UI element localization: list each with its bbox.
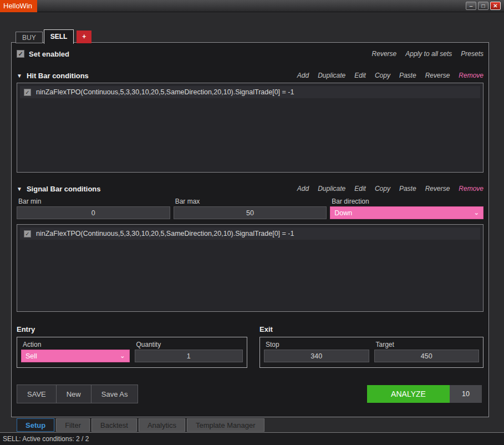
hit-edit-link[interactable]: Edit: [354, 72, 366, 79]
hit-bar-title-group: ▼ Hit Bar conditions: [17, 72, 89, 80]
signal-copy-link[interactable]: Copy: [375, 185, 390, 193]
title-bar: HelloWin – □ ✕: [0, 0, 504, 12]
add-set-tab-button[interactable]: +: [77, 31, 91, 43]
analyze-button[interactable]: ANALYZE: [367, 385, 450, 403]
set-enabled-label: Set enabled: [29, 50, 69, 58]
footer-actions: SAVE New Save As ANALYZE 10: [17, 385, 483, 403]
tab-buy[interactable]: BUY: [16, 32, 43, 43]
set-enabled-row: ✓ Set enabled Reverse Apply to all sets …: [17, 48, 483, 59]
target-input[interactable]: [374, 350, 480, 362]
action-group: Action Sell ⌄: [21, 340, 130, 362]
set-enabled-group: ✓ Set enabled: [17, 50, 69, 58]
analyze-count-field[interactable]: 10: [450, 385, 482, 403]
window-controls: – □ ✕: [466, 0, 504, 12]
exit-title: Exit: [259, 325, 483, 335]
status-text: SELL: Active conditions: 2 / 2: [3, 435, 89, 443]
bar-direction-group: Bar direction Down ⌄: [330, 197, 483, 219]
set-enabled-checkbox[interactable]: ✓: [17, 50, 24, 58]
maximize-button[interactable]: □: [478, 2, 488, 10]
save-as-button[interactable]: Save As: [91, 385, 139, 403]
set-links: Reverse Apply to all sets Presets: [372, 50, 483, 58]
check-icon: ✓: [25, 231, 29, 237]
condition-text: ninZaFlexTPO(Continuous,5,3,30,10,20,5,S…: [36, 230, 294, 237]
condition-row[interactable]: ✓ ninZaFlexTPO(Continuous,5,3,30,10,20,5…: [20, 227, 480, 240]
tab-filter[interactable]: Filter: [56, 418, 90, 432]
window-title: HelloWin: [0, 0, 37, 12]
bar-direction-label: Bar direction: [330, 197, 483, 206]
hit-remove-link[interactable]: Remove: [459, 72, 483, 79]
tab-template-manager[interactable]: Template Manager: [187, 418, 264, 432]
signal-remove-link[interactable]: Remove: [459, 185, 483, 193]
signal-paste-link[interactable]: Paste: [399, 185, 416, 193]
set-tabstrip: BUY SELL +: [16, 29, 91, 43]
condition-checkbox[interactable]: ✓: [24, 230, 31, 237]
action-label: Action: [21, 340, 130, 350]
signal-bar-title: Signal Bar conditions: [27, 185, 101, 193]
quantity-label: Quantity: [135, 340, 243, 350]
minimize-button[interactable]: –: [466, 2, 476, 10]
bottom-tabstrip: Setup Filter Backtest Analytics Template…: [17, 418, 264, 432]
check-icon: ✓: [25, 89, 29, 95]
entry-exit-row: Entry Action Sell ⌄ Quantity Exit: [17, 325, 483, 368]
target-label: Target: [374, 340, 480, 350]
hit-bar-condition-list[interactable]: ✓ ninZaFlexTPO(Continuous,5,3,30,10,20,5…: [17, 83, 483, 173]
signal-add-link[interactable]: Add: [297, 185, 309, 193]
set-reverse-link[interactable]: Reverse: [372, 50, 397, 58]
hit-copy-link[interactable]: Copy: [375, 72, 390, 79]
tab-backtest[interactable]: Backtest: [91, 418, 137, 432]
tab-sell[interactable]: SELL: [44, 29, 74, 44]
bar-min-input[interactable]: [17, 206, 170, 219]
condition-row[interactable]: ✓ ninZaFlexTPO(Continuous,5,3,30,10,20,5…: [20, 86, 480, 98]
signal-bar-actions: Add Duplicate Edit Copy Paste Reverse Re…: [297, 185, 483, 193]
target-group: Target: [374, 340, 480, 362]
stop-group: Stop: [264, 340, 369, 362]
bar-max-input[interactable]: [174, 206, 327, 219]
hit-bar-title: Hit Bar conditions: [27, 72, 89, 80]
entry-group: Entry Action Sell ⌄ Quantity: [17, 325, 247, 368]
status-bar: SELL: Active conditions: 2 / 2: [0, 432, 504, 445]
stop-input[interactable]: [264, 350, 369, 362]
bar-max-label: Bar max: [174, 197, 327, 206]
condition-text: ninZaFlexTPO(Continuous,5,3,30,10,20,5,S…: [36, 88, 294, 96]
hit-add-link[interactable]: Add: [297, 72, 309, 79]
tab-analytics[interactable]: Analytics: [139, 418, 185, 432]
signal-bar-condition-list[interactable]: ✓ ninZaFlexTPO(Continuous,5,3,30,10,20,5…: [17, 224, 483, 312]
signal-bar-title-group: ▼ Signal Bar conditions: [17, 185, 101, 193]
signal-bar-fields: Bar min Bar max Bar direction Down ⌄: [17, 197, 483, 219]
hit-bar-header: ▼ Hit Bar conditions Add Duplicate Edit …: [17, 70, 483, 80]
action-select[interactable]: Sell ⌄: [21, 350, 130, 362]
close-button[interactable]: ✕: [490, 2, 501, 10]
bar-max-group: Bar max: [174, 197, 327, 219]
condition-checkbox[interactable]: ✓: [24, 89, 31, 96]
exit-box: Stop Target: [259, 337, 483, 368]
apply-to-all-sets-link[interactable]: Apply to all sets: [405, 50, 452, 58]
signal-duplicate-link[interactable]: Duplicate: [318, 185, 345, 193]
signal-reverse-link[interactable]: Reverse: [425, 185, 450, 193]
presets-link[interactable]: Presets: [461, 50, 483, 58]
entry-title: Entry: [17, 325, 247, 335]
bar-min-group: Bar min: [17, 197, 170, 219]
hit-reverse-link[interactable]: Reverse: [425, 72, 450, 79]
chevron-down-icon: ⌄: [120, 352, 125, 360]
tab-setup[interactable]: Setup: [17, 418, 54, 432]
bar-min-label: Bar min: [17, 197, 170, 206]
entry-box: Action Sell ⌄ Quantity: [17, 337, 247, 368]
signal-bar-header: ▼ Signal Bar conditions Add Duplicate Ed…: [17, 184, 483, 194]
quantity-group: Quantity: [135, 340, 243, 362]
action-value: Sell: [26, 352, 37, 360]
signal-edit-link[interactable]: Edit: [354, 185, 366, 193]
collapse-arrow-icon[interactable]: ▼: [17, 73, 22, 79]
collapse-arrow-icon[interactable]: ▼: [17, 186, 22, 192]
hit-duplicate-link[interactable]: Duplicate: [318, 72, 345, 79]
hit-bar-actions: Add Duplicate Edit Copy Paste Reverse Re…: [297, 72, 483, 79]
hit-paste-link[interactable]: Paste: [399, 72, 416, 79]
new-button[interactable]: New: [56, 385, 91, 403]
exit-group: Exit Stop Target: [259, 325, 483, 368]
bar-direction-select[interactable]: Down ⌄: [330, 206, 483, 219]
quantity-input[interactable]: [135, 350, 243, 362]
save-button[interactable]: SAVE: [17, 385, 57, 403]
bar-direction-value: Down: [334, 209, 352, 217]
chevron-down-icon: ⌄: [474, 209, 479, 216]
sell-set-panel: ✓ Set enabled Reverse Apply to all sets …: [11, 42, 489, 417]
stop-label: Stop: [264, 340, 369, 350]
